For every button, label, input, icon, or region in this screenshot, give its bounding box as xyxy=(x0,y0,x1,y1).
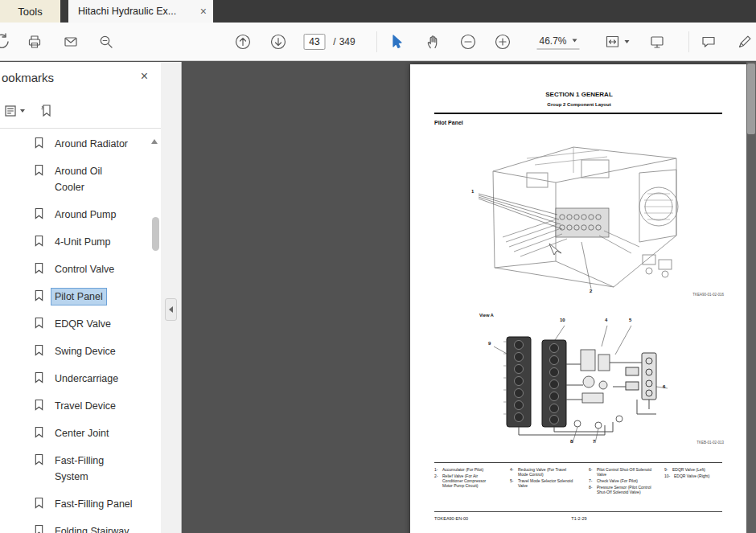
zoom-out-icon[interactable] xyxy=(459,33,477,51)
bookmark-item[interactable]: Fast-Filling Panel xyxy=(0,490,161,518)
panel-splitter[interactable] xyxy=(161,62,182,533)
print-icon[interactable] xyxy=(27,34,43,50)
legend-num: 1- xyxy=(434,467,442,472)
page-number-input[interactable] xyxy=(304,34,326,50)
fit-width-select[interactable] xyxy=(605,34,630,50)
bookmark-icon xyxy=(34,207,44,219)
legend-text: Reducing Valve (For Travel Mode Control) xyxy=(518,467,566,477)
bookmarks-title: ookmarks xyxy=(2,71,54,84)
search-icon[interactable] xyxy=(98,34,114,50)
bookmark-icon xyxy=(34,235,44,247)
zoom-in-icon[interactable] xyxy=(494,33,512,51)
legend-text: Accumulator (For Pilot) xyxy=(442,467,483,472)
callout-number: 5 xyxy=(629,318,631,322)
legend-text: Relief Valve (For Air Conditioner Compre… xyxy=(442,474,486,488)
bookmark-label: Pilot Panel xyxy=(51,288,107,305)
previous-page-icon[interactable] xyxy=(234,33,252,51)
bookmark-icon xyxy=(34,524,44,533)
bookmarks-header: ookmarks × xyxy=(0,62,161,94)
page-separator: / xyxy=(333,36,335,47)
legend-num: 4- xyxy=(510,467,518,477)
tab-tools[interactable]: Tools xyxy=(0,0,60,23)
options-menu-icon[interactable] xyxy=(5,105,25,117)
legend-entry: 4-Reducing Valve (For Travel Mode Contro… xyxy=(510,467,585,477)
highlight-pen-icon[interactable] xyxy=(737,34,753,50)
bookmark-label: Control Valve xyxy=(51,260,118,278)
legend-text: EDQR Valve (Right) xyxy=(674,474,709,478)
select-tool-icon[interactable] xyxy=(388,34,405,50)
legend-text: Travel Mode Selector Solenoid Valve xyxy=(518,478,573,488)
tab-close-icon[interactable]: × xyxy=(200,6,207,17)
legend-rule xyxy=(434,462,722,463)
figure-2-diagram xyxy=(484,326,681,445)
chevron-down-icon xyxy=(573,39,577,43)
bookmark-label: Swing Device xyxy=(51,342,120,360)
bookmark-label: Center Joint xyxy=(51,424,113,442)
legend-entry: 1-Accumulator (For Pilot) xyxy=(434,467,505,472)
bookmark-label: Fast-Filling Panel xyxy=(51,495,137,513)
chevron-down-icon xyxy=(20,109,25,113)
bookmark-item[interactable]: Control Valve xyxy=(0,256,161,283)
tab-tools-label: Tools xyxy=(18,6,42,18)
footer-page-number: T1-2-29 xyxy=(410,516,748,521)
bookmark-label: Undercarriage xyxy=(51,370,122,387)
zoom-level-select[interactable]: 46.7% xyxy=(536,35,579,50)
legend-entry: 2-Relief Valve (For Air Conditioner Comp… xyxy=(434,474,505,488)
bookmark-icon xyxy=(34,262,44,274)
locate-bookmark-icon[interactable] xyxy=(39,104,54,118)
page-heading: Pilot Panel xyxy=(434,120,463,125)
bookmark-item[interactable]: Around Radiator xyxy=(0,130,161,158)
sidebar-scrollbar-thumb[interactable] xyxy=(152,217,159,251)
bookmark-item[interactable]: Travel Device xyxy=(0,392,161,420)
legend-text: Pressure Sensor (Pilot Control Shut-Off … xyxy=(597,485,651,494)
next-page-icon[interactable] xyxy=(269,33,287,51)
callout-number: 4 xyxy=(605,318,607,322)
comment-icon[interactable] xyxy=(701,34,717,50)
bookmark-item[interactable]: 4-Unit Pump xyxy=(0,228,161,256)
bookmark-item[interactable]: Undercarriage xyxy=(0,365,161,392)
figure-2-code: TKEB-01-02-013 xyxy=(696,441,724,445)
document-scrollbar-thumb[interactable] xyxy=(747,64,755,134)
figure-1-diagram xyxy=(479,141,684,293)
callout-number: 8 xyxy=(570,439,573,444)
chevron-left-icon xyxy=(169,306,173,313)
legend-entry: 8-Pressure Sensor (Pilot Control Shut-Of… xyxy=(589,485,663,494)
group-title: Group 2 Component Layout xyxy=(410,102,748,107)
bookmark-item[interactable]: Center Joint xyxy=(0,420,161,447)
callout-number: 2 xyxy=(590,289,592,293)
reading-mode-icon[interactable] xyxy=(649,34,665,50)
bookmark-item[interactable]: Around Oil Cooler xyxy=(0,158,161,201)
hand-tool-icon[interactable] xyxy=(425,34,441,50)
sidebar-scroll-up-arrow[interactable] xyxy=(151,139,158,144)
bookmark-label: Fast-Filling System xyxy=(51,452,108,486)
bookmark-item-selected[interactable]: Pilot Panel xyxy=(0,283,161,310)
partial-left-icon[interactable] xyxy=(0,33,10,54)
legend-entry: 7-Check Valve (For Pilot) xyxy=(589,478,663,483)
panel-close-icon[interactable]: × xyxy=(141,70,148,83)
legend-entry: 10-EDQR Valve (Right) xyxy=(664,474,725,478)
email-icon[interactable] xyxy=(63,34,79,50)
tab-document-label: Hitachi Hydraulic Ex... xyxy=(78,6,176,17)
bookmark-label: Travel Device xyxy=(51,397,120,415)
bookmark-item[interactable]: Around Pump xyxy=(0,201,161,228)
tab-document[interactable]: Hitachi Hydraulic Ex... × xyxy=(68,0,213,23)
bookmark-label: EDQR Valve xyxy=(51,315,115,333)
bookmark-item[interactable]: Folding Stairway xyxy=(0,518,161,533)
bookmark-item[interactable]: EDQR Valve xyxy=(0,310,161,338)
collapse-panel-button[interactable] xyxy=(165,298,177,321)
bookmark-label: Around Pump xyxy=(51,206,120,223)
legend-num: 6- xyxy=(589,467,597,477)
legend-text: Check Valve (For Pilot) xyxy=(597,478,638,483)
bookmark-icon xyxy=(34,426,44,438)
bookmark-item[interactable]: Swing Device xyxy=(0,338,161,365)
legend-num: 10- xyxy=(664,474,674,478)
document-scrollbar[interactable] xyxy=(746,62,756,533)
footer-rule xyxy=(434,511,722,512)
legend-text: Pilot Control Shut-Off Solenoid Valve xyxy=(597,467,651,477)
chevron-down-icon xyxy=(625,40,630,43)
bookmarks-list: Around Radiator Around Oil Cooler Around… xyxy=(0,129,161,533)
legend-num: 5- xyxy=(510,478,518,488)
bookmark-label: 4-Unit Pump xyxy=(51,233,114,251)
bookmarks-toolbar xyxy=(0,94,161,129)
bookmark-item[interactable]: Fast-Filling System xyxy=(0,447,161,490)
